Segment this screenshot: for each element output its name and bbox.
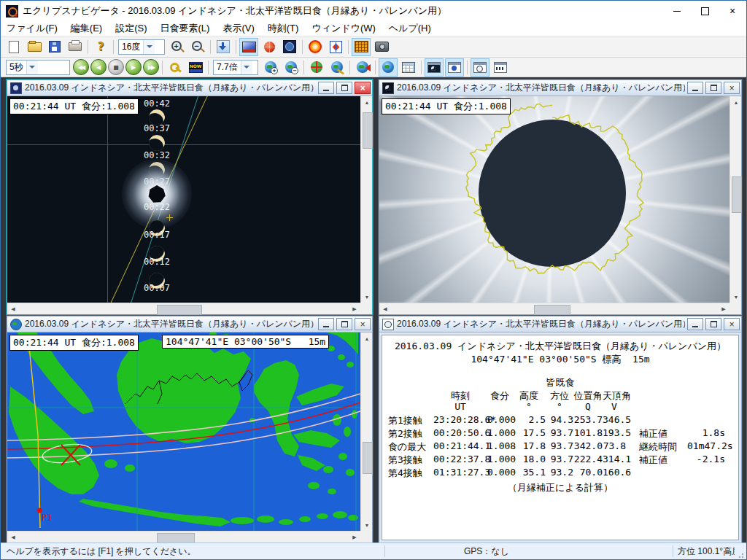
menu-settings[interactable]: 設定(S) [109, 21, 153, 36]
menu-view[interactable]: 表示(V) [216, 21, 260, 36]
menu-file[interactable]: ファイル(F) [1, 21, 64, 36]
scroll-left-icon[interactable] [7, 532, 19, 542]
scroll-thumb[interactable] [732, 176, 742, 213]
menu-eclipse-elements[interactable]: 日食要素(L) [154, 21, 217, 36]
scroll-thumb[interactable] [363, 442, 373, 474]
corona-window-titlebar[interactable]: 2016.03.09 インドネシア・北太平洋皆既日食（月縁あり・パレンバン用） … [379, 80, 741, 96]
sky-view-button[interactable] [239, 38, 258, 56]
key-clock-icon [169, 61, 182, 73]
scroll-up-icon[interactable] [361, 332, 373, 344]
table-window-button[interactable] [399, 58, 418, 77]
scroll-down-icon[interactable] [730, 291, 742, 303]
data-minimize-button[interactable] [687, 318, 703, 330]
fov-select[interactable]: 16度 [118, 39, 165, 55]
sky-window-toggle[interactable] [425, 58, 444, 77]
zoom-out-button[interactable] [188, 38, 207, 56]
close-button[interactable] [719, 1, 746, 21]
help-button[interactable] [91, 38, 110, 56]
sky-horizontal-scrollbar[interactable] [7, 303, 360, 314]
map-zoom-in-button[interactable] [261, 58, 280, 77]
step-back-button[interactable] [90, 59, 107, 75]
scroll-left-icon[interactable] [379, 303, 391, 315]
sky-close-button[interactable] [355, 82, 371, 94]
capture-button[interactable] [214, 38, 233, 56]
flash-view-button[interactable] [326, 38, 345, 56]
map-horizontal-scrollbar[interactable] [7, 531, 360, 542]
map-vertical-scrollbar[interactable] [360, 332, 372, 531]
sky-window-titlebar[interactable]: 2016.03.09 インドネシア・北太平洋皆既日食（月縁あり・パレンバン用） … [7, 80, 372, 96]
coordinates-label: 104°47'41"E 03°00'50"S 15m [162, 335, 329, 349]
rewind-button[interactable] [73, 59, 89, 75]
map-window-titlebar[interactable]: 2016.03.09 インドネシア・北太平洋皆既日食（月縁あり・パレンバン用） … [7, 316, 372, 332]
open-file-button[interactable] [25, 38, 44, 56]
scroll-down-icon[interactable] [361, 291, 373, 303]
map-window-button[interactable] [379, 58, 398, 77]
moon-phase [149, 135, 165, 151]
blue-circle-icon [283, 40, 296, 53]
sky-restore-button[interactable] [336, 82, 352, 94]
set-time-button[interactable] [166, 58, 185, 77]
set-location-button[interactable] [328, 58, 347, 77]
fast-forward-button[interactable] [143, 59, 159, 75]
scroll-thumb[interactable] [534, 305, 570, 315]
map-close-button[interactable] [355, 318, 371, 330]
scroll-right-icon[interactable] [718, 303, 729, 315]
sky-vertical-scrollbar[interactable] [360, 96, 372, 303]
now-button[interactable]: NOW [186, 58, 205, 77]
menu-help[interactable]: ヘルプ(H) [382, 21, 438, 36]
sky-view-canvas[interactable]: 00:42 00:37 00:32 00:27 00:22 00:17 00:1… [7, 96, 360, 303]
scroll-thumb[interactable] [157, 533, 195, 542]
corona-window-icon [382, 82, 394, 94]
map-restore-button[interactable] [336, 318, 352, 330]
scroll-up-icon[interactable] [730, 96, 742, 108]
disk-view-button[interactable] [280, 38, 299, 56]
scroll-up-icon[interactable] [361, 96, 373, 108]
save-button[interactable] [45, 38, 64, 56]
corona-view-canvas[interactable]: 00:21:44 UT 食分:1.008 [379, 96, 729, 303]
scroll-thumb[interactable] [363, 112, 373, 149]
menu-time[interactable]: 時刻(T) [261, 21, 306, 36]
scroll-right-icon[interactable] [349, 532, 360, 542]
play-button[interactable] [125, 59, 142, 75]
contact-window-toggle[interactable] [471, 58, 489, 77]
stop-button[interactable] [108, 59, 124, 75]
map-graphic: P1 [7, 332, 360, 531]
scroll-left-icon[interactable] [7, 303, 19, 315]
table-subheader-row: UT ° ° Q V [388, 401, 626, 412]
new-file-button[interactable] [4, 38, 23, 56]
menu-window[interactable]: ウィンドウ(W) [305, 21, 382, 36]
scroll-down-icon[interactable] [361, 519, 373, 531]
data-window-titlebar[interactable]: 2016.03.09 インドネシア・北太平洋皆既日食（月縁あり・パレンバン用） … [379, 316, 741, 332]
corona-window-title: 2016.03.09 インドネシア・北太平洋皆既日食（月縁あり・パレンバン用） … [397, 82, 685, 94]
corona-minimize-button[interactable] [687, 82, 703, 94]
globe-grid-button[interactable] [260, 38, 279, 56]
menu-edit[interactable]: 編集(E) [64, 21, 109, 36]
corona-vertical-scrollbar[interactable] [729, 96, 741, 303]
data-close-button[interactable] [724, 318, 740, 330]
maximize-button[interactable] [691, 1, 719, 21]
map-canvas[interactable]: P1 00:21:44 UT 食分:1.008 104°47'41"E 03°0… [7, 332, 360, 531]
camera-button[interactable] [372, 38, 391, 56]
center-location-button[interactable] [307, 58, 326, 77]
scroll-right-icon[interactable] [349, 303, 360, 315]
sky-minimize-button[interactable] [318, 82, 334, 94]
scroll-thumb[interactable] [157, 305, 202, 315]
pick-location-button[interactable] [353, 58, 372, 77]
minimize-button[interactable] [663, 1, 691, 21]
disk-window-toggle[interactable] [445, 58, 464, 77]
zoom-in-button[interactable] [168, 38, 187, 56]
corona-horizontal-scrollbar[interactable] [379, 303, 729, 314]
grid-overlay-button[interactable] [352, 38, 371, 56]
step-interval-select[interactable]: 5秒 [6, 60, 70, 75]
map-zoom-select[interactable]: 7.7倍 [213, 60, 258, 75]
print-button[interactable] [66, 38, 85, 56]
application-window: エクリプスナビゲータ - 2016.03.09 インドネシア・北太平洋皆既日食（… [0, 0, 747, 560]
map-minimize-button[interactable] [318, 318, 334, 330]
map-zoom-out-button[interactable] [282, 58, 301, 77]
corona-close-button[interactable] [724, 82, 740, 94]
data-restore-button[interactable] [705, 318, 721, 330]
digital-window-toggle[interactable] [491, 58, 510, 77]
sun-view-button[interactable] [306, 38, 325, 56]
resize-grip[interactable] [735, 549, 745, 559]
corona-restore-button[interactable] [705, 82, 721, 94]
